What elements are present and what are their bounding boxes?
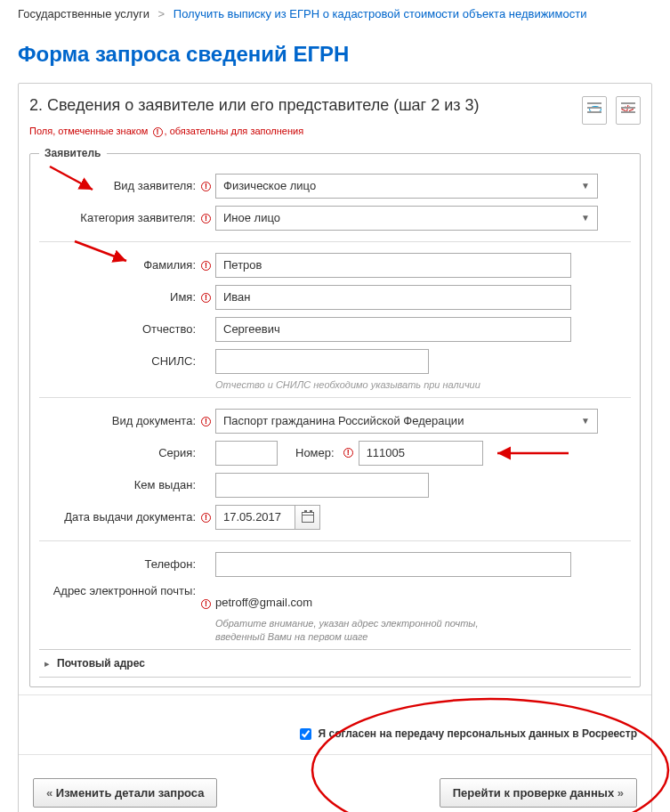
required-mark-icon: ! (201, 513, 211, 523)
required-mark-icon: ! (201, 261, 211, 271)
label-series: Серия: (39, 446, 199, 459)
chevron-right-icon: ▸ (44, 658, 50, 670)
date-picker-button[interactable] (295, 505, 320, 530)
lastname-input[interactable] (215, 253, 571, 278)
hint-email: Обратите внимание, указан адрес электрон… (39, 617, 484, 645)
breadcrumb-home: Государственные услуги (18, 7, 149, 20)
applicant-fieldset: Заявитель Вид заявителя: ! Физическое ли… (29, 153, 641, 688)
label-doc-type: Вид документа: (39, 414, 199, 427)
chevron-down-icon: ▼ (581, 181, 590, 191)
label-phone: Телефон: (39, 557, 199, 571)
form-panel: 2. Сведения о заявителе или его представ… (18, 83, 652, 812)
back-button[interactable]: « Изменить детали запроса (33, 778, 217, 808)
label-applicant-category: Категория заявителя: (39, 211, 199, 224)
firstname-input[interactable] (215, 285, 571, 310)
required-mark-icon: ! (201, 417, 211, 426)
source-icon[interactable]: </> (616, 96, 641, 125)
middlename-input[interactable] (215, 317, 571, 342)
applicant-type-select[interactable]: Физическое лицо ▼ (215, 174, 598, 199)
label-applicant-type: Вид заявителя: (39, 179, 199, 192)
required-mark-icon: ! (343, 448, 353, 458)
page-title: Форма запроса сведений ЕГРН (18, 31, 652, 83)
chevron-down-icon: ▼ (581, 416, 590, 426)
label-snils: СНИЛС: (39, 354, 199, 368)
number-input[interactable] (359, 441, 483, 466)
consent-checkbox[interactable] (300, 728, 311, 740)
applicant-category-select[interactable]: Иное лицо ▼ (215, 206, 598, 231)
snils-input[interactable] (215, 349, 429, 374)
required-mark-icon: ! (201, 214, 211, 223)
label-lastname: Фамилия: (39, 258, 199, 272)
accordion-title: Почтовый адрес (57, 657, 145, 670)
issue-date-input[interactable] (215, 505, 295, 530)
consent-label: Я согласен на передачу персональных данн… (319, 727, 637, 740)
label-issued-by: Кем выдан: (39, 478, 199, 491)
postal-address-accordion[interactable]: ▸ Почтовый адрес (39, 649, 631, 678)
required-mark-icon: ! (201, 293, 211, 303)
breadcrumb-link[interactable]: Получить выписку из ЕГРН о кадастровой с… (174, 7, 587, 20)
chevron-left-icon: « (46, 786, 52, 800)
series-input[interactable] (215, 441, 278, 466)
label-middlename: Отчество: (39, 322, 199, 336)
doc-type-select[interactable]: Паспорт гражданина Российской Федерации … (215, 409, 598, 434)
chevron-right-icon: » (618, 786, 624, 800)
required-mark-icon: ! (153, 127, 163, 137)
preview-icon[interactable] (582, 96, 607, 125)
required-mark-icon: ! (201, 599, 211, 609)
issued-by-input[interactable] (215, 473, 429, 498)
step-title: 2. Сведения о заявителе или его представ… (29, 96, 480, 126)
hint-mid-snils: Отчество и СНИЛС необходимо указывать пр… (39, 379, 631, 390)
required-note: Поля, отмеченные знаком !, обязательны д… (29, 126, 641, 146)
chevron-down-icon: ▼ (581, 213, 590, 223)
label-number: Номер: (278, 446, 342, 459)
calendar-icon (302, 512, 314, 523)
annotation-arrow (492, 444, 572, 462)
phone-input[interactable] (215, 552, 571, 577)
label-issue-date: Дата выдачи документа: (39, 510, 199, 524)
email-value: petroff@gmail.com (215, 596, 312, 609)
next-button[interactable]: Перейти к проверке данных » (440, 778, 637, 808)
breadcrumb: Государственные услуги > Получить выписк… (18, 7, 652, 31)
breadcrumb-separator: > (153, 7, 171, 20)
required-mark-icon: ! (201, 182, 211, 191)
label-firstname: Имя: (39, 290, 199, 304)
label-email: Адрес электронной почты: (39, 584, 199, 599)
fieldset-legend: Заявитель (39, 147, 107, 159)
